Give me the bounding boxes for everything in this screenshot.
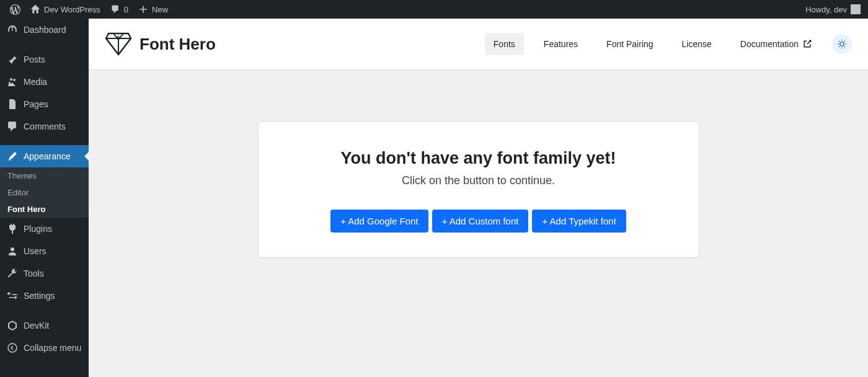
sidebar-label: Comments xyxy=(24,122,66,131)
sidebar-item-dashboard[interactable]: Dashboard xyxy=(0,19,89,41)
collapse-icon xyxy=(6,342,19,354)
howdy-label: Howdy, dev xyxy=(805,5,847,14)
admin-sidebar: Dashboard Posts Media Pages Comments App… xyxy=(0,19,89,377)
brand: F Font Hero xyxy=(105,32,216,56)
sidebar-label: Pages xyxy=(24,99,48,109)
svg-text:F: F xyxy=(117,35,120,40)
tab-fonts[interactable]: Fonts xyxy=(485,33,524,55)
card-subtitle: Click on the button to continue. xyxy=(283,174,674,187)
sidebar-item-users[interactable]: Users xyxy=(0,240,89,262)
brush-icon xyxy=(6,150,19,162)
add-custom-font-button[interactable]: + Add Custom font xyxy=(432,210,529,233)
brand-name: Font Hero xyxy=(140,35,216,54)
admin-bar: Dev WordPress 0 New Howdy, dev xyxy=(0,0,868,19)
tab-license[interactable]: License xyxy=(673,33,720,55)
add-typekit-font-button[interactable]: + Add Typekit font xyxy=(532,210,626,233)
dashboard-icon xyxy=(6,24,19,36)
avatar xyxy=(851,4,861,14)
admin-bar-right[interactable]: Howdy, dev xyxy=(805,4,863,14)
new-item[interactable]: New xyxy=(133,0,173,19)
media-icon xyxy=(6,76,19,88)
appearance-submenu: Themes Editor Font Hero xyxy=(0,167,89,218)
tab-docs[interactable]: Documentation xyxy=(732,33,821,55)
diamond-icon: F xyxy=(105,32,132,56)
sidebar-label: Collapse menu xyxy=(24,343,81,353)
sidebar-collapse[interactable]: Collapse menu xyxy=(0,337,89,359)
wrench-icon xyxy=(6,267,19,280)
cube-icon xyxy=(6,319,19,332)
card-buttons: + Add Google Font + Add Custom font + Ad… xyxy=(283,210,674,233)
admin-bar-left: Dev WordPress 0 New xyxy=(5,0,173,19)
svg-point-2 xyxy=(840,42,844,46)
sun-icon xyxy=(836,38,848,50)
sidebar-item-plugins[interactable]: Plugins xyxy=(0,218,89,240)
sidebar-item-media[interactable]: Media xyxy=(0,71,89,93)
svg-point-0 xyxy=(8,344,17,352)
sidebar-label: Media xyxy=(24,77,47,87)
sidebar-item-appearance[interactable]: Appearance xyxy=(0,145,89,167)
wordpress-icon xyxy=(10,4,20,15)
app-header: F Font Hero Fonts Features Font Pairing … xyxy=(89,19,868,70)
sidebar-label: Users xyxy=(24,246,46,256)
sidebar-item-posts[interactable]: Posts xyxy=(0,48,89,71)
submenu-editor[interactable]: Editor xyxy=(0,184,89,201)
sidebar-item-pages[interactable]: Pages xyxy=(0,93,89,115)
sidebar-item-comments[interactable]: Comments xyxy=(0,115,89,138)
comment-icon xyxy=(110,4,120,14)
plugin-icon xyxy=(6,223,19,235)
page-icon xyxy=(6,98,19,110)
user-icon xyxy=(6,245,19,257)
tab-pairing[interactable]: Font Pairing xyxy=(598,33,662,55)
tab-features[interactable]: Features xyxy=(535,33,587,55)
main-content: F Font Hero Fonts Features Font Pairing … xyxy=(89,19,868,377)
sidebar-label: Settings xyxy=(24,291,55,301)
theme-toggle[interactable] xyxy=(832,34,852,54)
external-link-icon xyxy=(802,39,812,49)
submenu-themes[interactable]: Themes xyxy=(0,167,89,184)
site-name-label: Dev WordPress xyxy=(44,5,100,14)
add-google-font-button[interactable]: + Add Google Font xyxy=(330,210,428,233)
sidebar-label: DevKit xyxy=(24,321,49,330)
comment-icon xyxy=(6,120,19,133)
plus-icon xyxy=(138,4,148,14)
pin-icon xyxy=(6,53,19,66)
home-icon xyxy=(30,4,40,14)
sliders-icon xyxy=(6,290,19,302)
sidebar-label: Posts xyxy=(24,55,45,64)
wp-logo-item[interactable] xyxy=(5,0,25,19)
new-label: New xyxy=(152,5,168,14)
card-title: You don't have any font family yet! xyxy=(283,149,674,168)
nav-tabs: Fonts Features Font Pairing License Docu… xyxy=(485,33,852,55)
comments-item[interactable]: 0 xyxy=(105,0,133,19)
sidebar-label: Appearance xyxy=(24,151,71,161)
site-name-item[interactable]: Dev WordPress xyxy=(25,0,105,19)
submenu-fonthero[interactable]: Font Hero xyxy=(0,201,89,218)
sidebar-item-devkit[interactable]: DevKit xyxy=(0,314,89,337)
empty-state-card: You don't have any font family yet! Clic… xyxy=(258,121,699,258)
tab-docs-label: Documentation xyxy=(740,39,799,49)
sidebar-label: Tools xyxy=(24,268,44,278)
sidebar-label: Dashboard xyxy=(24,25,66,35)
sidebar-item-tools[interactable]: Tools xyxy=(0,262,89,285)
sidebar-item-settings[interactable]: Settings xyxy=(0,285,89,307)
comments-count: 0 xyxy=(124,5,128,14)
sidebar-label: Plugins xyxy=(24,224,52,234)
